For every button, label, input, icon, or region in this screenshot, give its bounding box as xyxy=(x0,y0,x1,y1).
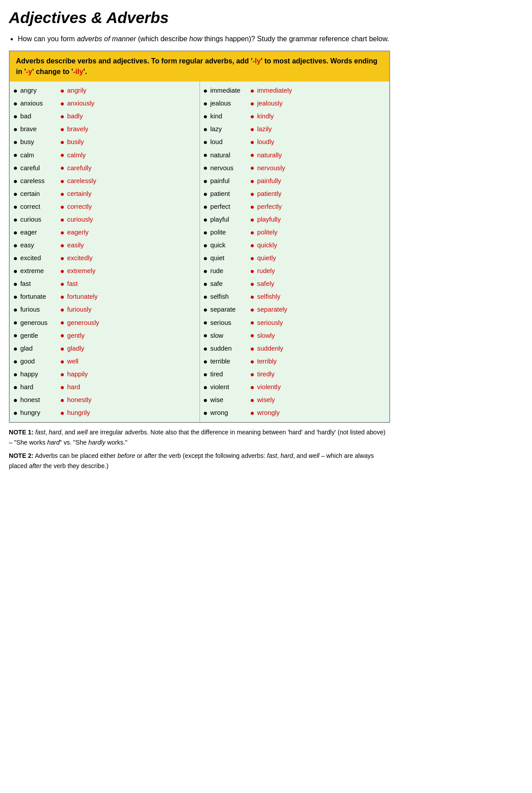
adv-bullet: ● xyxy=(250,304,254,315)
adverb-word: wrongly xyxy=(257,408,280,418)
adjective-word: quiet xyxy=(210,253,250,263)
adjective-word: safe xyxy=(210,279,250,289)
adj-bullet: ● xyxy=(13,382,18,393)
word-row: ●fast●fast xyxy=(13,277,196,290)
adj-bullet: ● xyxy=(13,278,18,289)
adv-bullet: ● xyxy=(250,330,254,341)
note1-hard: hard xyxy=(49,429,61,436)
adverb-word: happily xyxy=(67,369,88,379)
adverb-word: furiously xyxy=(67,305,92,315)
adverb-word: patiently xyxy=(257,189,282,199)
adj-bullet: ● xyxy=(203,137,208,148)
word-row: ●excited●excitedly xyxy=(13,252,196,265)
adj-bullet: ● xyxy=(203,407,208,418)
adverb-word: correctly xyxy=(67,202,92,212)
word-row: ●painful●painfully xyxy=(203,175,386,188)
adv-bullet: ● xyxy=(60,201,65,212)
adj-bullet: ● xyxy=(13,85,18,96)
adj-bullet: ● xyxy=(13,395,18,406)
adv-bullet: ● xyxy=(60,98,65,109)
word-row: ●perfect●perfectly xyxy=(203,200,386,213)
word-row: ●violent●violently xyxy=(203,381,386,394)
adverb-word: certainly xyxy=(67,189,92,199)
adverb-word: lazily xyxy=(257,124,272,134)
word-row: ●gentle●gently xyxy=(13,329,196,342)
adjective-word: fast xyxy=(20,279,60,289)
word-row: ●separate●separately xyxy=(203,303,386,316)
adjective-word: curious xyxy=(20,215,60,225)
adjective-word: rude xyxy=(210,266,250,276)
adv-bullet: ● xyxy=(60,188,65,199)
chart-header: Adverbs describe verbs and adjectives. T… xyxy=(10,51,389,82)
adv-bullet: ● xyxy=(250,85,254,96)
adverb-word: playfully xyxy=(257,215,281,225)
word-row: ●bad●badly xyxy=(13,110,196,123)
adverb-word: tiredly xyxy=(257,369,274,379)
adj-bullet: ● xyxy=(13,188,18,199)
adj-bullet: ● xyxy=(13,201,18,212)
adj-bullet: ● xyxy=(203,98,208,109)
adverb-word: slowly xyxy=(257,331,275,341)
adv-bullet: ● xyxy=(250,382,254,393)
adjective-word: wise xyxy=(210,395,250,405)
adverb-word: quietly xyxy=(257,253,276,263)
adv-bullet: ● xyxy=(250,356,254,367)
chart-container: Adverbs describe verbs and adjectives. T… xyxy=(9,51,390,423)
adv-bullet: ● xyxy=(250,124,254,135)
adj-bullet: ● xyxy=(203,291,208,302)
adj-bullet: ● xyxy=(13,240,18,251)
adverb-word: politely xyxy=(257,227,278,238)
adv-bullet: ● xyxy=(250,188,254,199)
adv-bullet: ● xyxy=(250,407,254,418)
word-row: ●happy●happily xyxy=(13,368,196,381)
word-row: ●slow●slowly xyxy=(203,329,386,342)
adv-bullet: ● xyxy=(60,304,65,315)
adjective-word: natural xyxy=(210,150,250,160)
word-row: ●quiet●quietly xyxy=(203,252,386,265)
header-y: -y xyxy=(26,68,32,75)
adjective-word: glad xyxy=(20,344,60,354)
adj-bullet: ● xyxy=(203,266,208,277)
adjective-word: separate xyxy=(210,305,250,315)
adv-bullet: ● xyxy=(60,85,65,96)
adjective-word: terrible xyxy=(210,356,250,367)
adjective-word: jealous xyxy=(210,98,250,109)
word-row: ●brave●bravely xyxy=(13,123,196,136)
intro-section: How can you form adverbs of manner (whic… xyxy=(9,34,390,44)
adjective-word: honest xyxy=(20,395,60,405)
word-row: ●busy●busily xyxy=(13,136,196,148)
adj-bullet: ● xyxy=(13,149,18,160)
adj-bullet: ● xyxy=(203,369,208,380)
adj-bullet: ● xyxy=(203,317,208,328)
adverb-word: fortunately xyxy=(67,292,98,302)
adv-bullet: ● xyxy=(60,227,65,238)
adv-bullet: ● xyxy=(250,162,254,173)
adv-bullet: ● xyxy=(250,111,254,122)
adjective-word: painful xyxy=(210,176,250,186)
notes-section: NOTE 1: fast, hard, and well are irregul… xyxy=(9,427,390,471)
word-row: ●terrible●terribly xyxy=(203,355,386,368)
adverb-word: gently xyxy=(67,331,85,341)
adverb-word: safely xyxy=(257,279,274,289)
word-row: ●hungry●hungrily xyxy=(13,406,196,419)
adverb-word: quickly xyxy=(257,240,277,250)
adv-bullet: ● xyxy=(250,149,254,160)
adv-bullet: ● xyxy=(60,407,65,418)
adjective-word: furious xyxy=(20,305,60,315)
adj-bullet: ● xyxy=(203,201,208,212)
adjective-word: easy xyxy=(20,240,60,250)
adverb-word: carelessly xyxy=(67,176,96,186)
word-row: ●furious●furiously xyxy=(13,303,196,316)
adverb-word: jealously xyxy=(257,98,282,109)
word-row: ●angry●angrily xyxy=(13,84,196,97)
adjective-word: gentle xyxy=(20,331,60,341)
adjective-word: anxious xyxy=(20,98,60,109)
note1-label: NOTE 1: xyxy=(9,429,34,436)
note2-label: NOTE 2: xyxy=(9,452,34,459)
word-row: ●generous●generously xyxy=(13,316,196,329)
adv-bullet: ● xyxy=(250,214,254,225)
header-adverbs: Adverbs xyxy=(16,57,44,65)
header-text1: describe verbs and adjectives. To form r… xyxy=(46,57,252,65)
adv-bullet: ● xyxy=(250,227,254,238)
adj-bullet: ● xyxy=(13,266,18,277)
